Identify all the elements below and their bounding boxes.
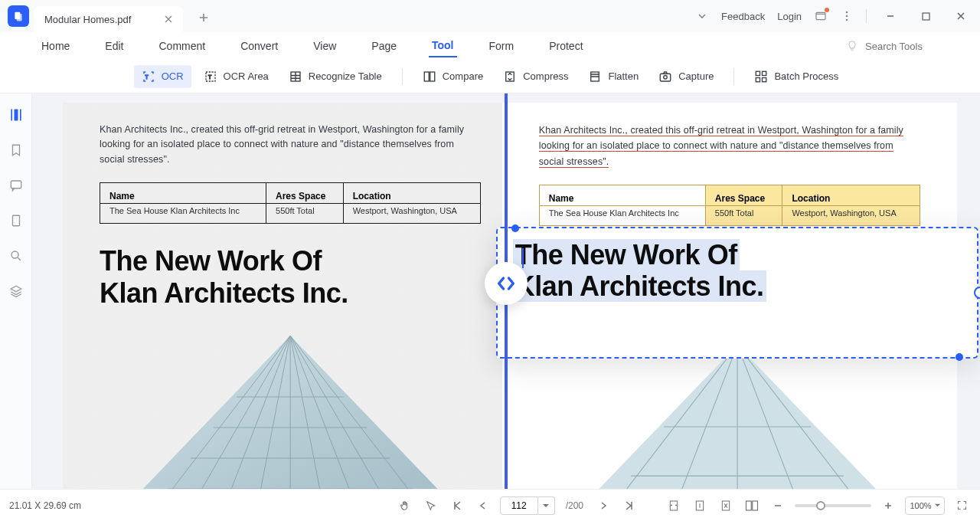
left-pane: Khan Architects Inc., created this off-g… — [63, 103, 518, 489]
fullscreen-icon[interactable] — [952, 496, 971, 515]
title-bar: Modular Homes.pdf Feedback Login — [0, 0, 980, 32]
bookmark-icon[interactable] — [7, 141, 25, 159]
menu-protect[interactable]: Protect — [546, 35, 586, 57]
svg-rect-15 — [660, 74, 671, 81]
batch-button[interactable]: Batch Process — [746, 65, 846, 88]
prev-page-icon[interactable] — [474, 496, 492, 515]
svg-point-16 — [664, 75, 668, 79]
svg-rect-23 — [20, 110, 21, 121]
svg-rect-24 — [11, 181, 21, 188]
compare-button[interactable]: Compare — [415, 65, 491, 88]
search-panel-icon[interactable] — [7, 247, 25, 265]
rec-table-button[interactable]: Recognize Table — [281, 65, 390, 88]
close-window-button[interactable] — [949, 5, 972, 28]
zoom-thumb[interactable] — [816, 501, 825, 510]
svg-rect-25 — [12, 215, 19, 226]
text-cursor — [522, 248, 524, 268]
layers-icon[interactable] — [7, 282, 25, 300]
ocr-area-button[interactable]: TOCR Area — [196, 65, 276, 88]
tab-title: Modular Homes.pdf — [44, 14, 131, 25]
svg-point-4 — [846, 15, 848, 18]
bulb-icon — [845, 39, 859, 53]
next-page-icon[interactable] — [594, 496, 612, 515]
compare-handle[interactable] — [485, 262, 528, 305]
zoom-out-icon[interactable] — [769, 496, 787, 515]
building-image — [100, 336, 481, 489]
kebab-menu-icon[interactable] — [840, 9, 854, 23]
info-table: Name Ares Space Location The Sea House K… — [100, 182, 481, 224]
svg-rect-21 — [11, 110, 12, 121]
feedback-link[interactable]: Feedback — [721, 11, 765, 22]
login-link[interactable]: Login — [777, 11, 802, 22]
svg-rect-20 — [763, 77, 766, 81]
svg-rect-22 — [14, 110, 18, 121]
svg-text:T: T — [208, 74, 211, 80]
fit-page-icon[interactable] — [691, 496, 709, 515]
page-dropdown-icon[interactable] — [538, 496, 555, 515]
attachment-icon[interactable] — [7, 211, 25, 230]
menu-home[interactable]: Home — [38, 35, 73, 57]
status-bar: 21.01 X 29.69 cm /200 — [0, 489, 980, 521]
svg-rect-19 — [756, 77, 760, 81]
add-tab-button[interactable] — [194, 8, 214, 28]
svg-rect-6 — [923, 13, 929, 20]
last-page-icon[interactable] — [620, 496, 639, 515]
svg-point-5 — [846, 19, 848, 21]
fit-width-icon[interactable] — [665, 496, 683, 515]
left-sidebar — [0, 93, 32, 489]
svg-rect-54 — [746, 501, 752, 510]
ocr-button[interactable]: TOCR — [134, 65, 191, 88]
svg-rect-18 — [763, 71, 766, 75]
compress-button[interactable]: Compress — [495, 65, 576, 88]
close-tab-icon[interactable] — [162, 12, 175, 26]
headline-ocr[interactable]: The New Work Of Klan Architects Inc. — [498, 228, 977, 313]
document-tab[interactable]: Modular Homes.pdf — [34, 6, 183, 32]
headline: The New Work Of Klan Architects Inc. — [63, 231, 518, 312]
search-tools-input[interactable] — [865, 41, 942, 52]
menu-comment[interactable]: Comment — [155, 35, 208, 57]
body-paragraph-ocr: Khan Architects Inc., created this off-g… — [502, 103, 957, 177]
selection-handle-br[interactable] — [956, 353, 963, 361]
zoom-slider[interactable] — [795, 504, 871, 507]
canvas: Khan Architects Inc., created this off-g… — [32, 93, 980, 489]
capture-button[interactable]: Capture — [651, 65, 721, 88]
menu-view[interactable]: View — [310, 35, 339, 57]
selection-handle-tl[interactable] — [511, 224, 519, 232]
maximize-button[interactable] — [914, 5, 937, 28]
info-table-ocr: Name Ares Space Location The Sea House K… — [539, 185, 920, 226]
minimize-button[interactable] — [879, 5, 902, 28]
body-paragraph: Khan Architects Inc., created this off-g… — [63, 103, 518, 175]
svg-point-3 — [846, 11, 848, 14]
menu-page[interactable]: Page — [368, 35, 400, 57]
menu-convert[interactable]: Convert — [237, 35, 281, 57]
ocr-selection-box[interactable]: The New Work Of Klan Architects Inc. — [496, 227, 978, 359]
menu-form[interactable]: Form — [486, 35, 518, 57]
page-number-input[interactable] — [500, 496, 538, 515]
cursor-coords: 21.01 X 29.69 cm — [9, 500, 81, 511]
select-tool-icon[interactable] — [422, 496, 440, 515]
app-logo-icon[interactable] — [8, 5, 29, 27]
page-count: /200 — [563, 500, 586, 511]
svg-rect-11 — [424, 72, 429, 81]
svg-rect-1 — [17, 14, 22, 21]
flatten-button[interactable]: Flatten — [580, 65, 646, 88]
svg-rect-17 — [756, 71, 760, 75]
chevron-down-icon[interactable] — [695, 9, 709, 23]
thumbnail-view-icon[interactable] — [7, 106, 25, 124]
svg-point-26 — [11, 251, 18, 258]
menu-edit[interactable]: Edit — [102, 35, 126, 57]
zoom-in-icon[interactable] — [879, 496, 897, 515]
actual-size-icon[interactable] — [717, 496, 735, 515]
building-image-right — [533, 359, 942, 489]
svg-rect-55 — [753, 501, 758, 510]
svg-rect-12 — [430, 72, 434, 81]
notification-icon[interactable] — [814, 9, 828, 23]
first-page-icon[interactable] — [448, 496, 466, 515]
toolbar: TOCRTOCR AreaRecognize TableCompareCompr… — [0, 60, 980, 93]
svg-text:T: T — [145, 74, 148, 80]
menu-tool[interactable]: Tool — [429, 34, 457, 57]
comment-icon[interactable] — [7, 176, 25, 195]
hand-tool-icon[interactable] — [396, 496, 414, 515]
two-page-icon[interactable] — [743, 496, 761, 515]
zoom-value-select[interactable]: 100% — [905, 496, 945, 515]
